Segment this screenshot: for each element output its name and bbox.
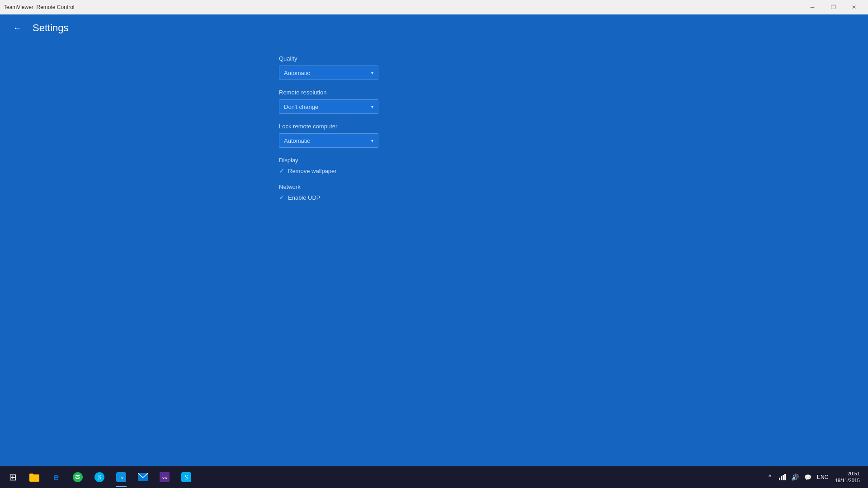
restore-button[interactable]: ❐	[823, 0, 844, 14]
remote-resolution-value: Don't change	[284, 103, 318, 110]
remote-resolution-chevron-icon: ▾	[371, 104, 373, 109]
lock-remote-chevron-icon: ▾	[371, 138, 373, 143]
taskbar-clock[interactable]: 20:51 19/11/2015	[832, 470, 863, 484]
teamviewer-button[interactable]: TV	[110, 466, 132, 488]
settings-panel: Quality Automatic ▾ Remote resolution Do…	[0, 42, 868, 224]
quality-chevron-icon: ▾	[371, 70, 373, 75]
skype-button[interactable]: S	[89, 466, 110, 488]
tray-chevron-icon[interactable]: ^	[764, 466, 775, 488]
skype2-button[interactable]: S	[175, 466, 197, 488]
enable-udp-row: ✓ Enable UDP	[279, 194, 868, 201]
remote-resolution-label: Remote resolution	[279, 89, 868, 96]
remote-resolution-dropdown[interactable]: Don't change ▾	[279, 99, 378, 114]
lock-remote-value: Automatic	[284, 137, 310, 144]
spotify-button[interactable]	[67, 466, 89, 488]
page-title: Settings	[33, 22, 69, 34]
svg-text:S: S	[185, 474, 188, 481]
network-section-heading: Network	[279, 183, 868, 190]
svg-text:TV: TV	[119, 476, 124, 480]
start-button[interactable]: ⊞	[2, 466, 24, 488]
display-group: Display ✓ Remove wallpaper	[279, 157, 868, 174]
svg-rect-13	[781, 476, 782, 480]
network-tray-icon[interactable]	[777, 466, 788, 488]
taskbar-language[interactable]: ENG	[815, 474, 830, 480]
minimize-button[interactable]: ─	[802, 0, 823, 14]
title-bar-text: TeamViewer: Remote Control	[4, 4, 75, 10]
taskbar-date: 19/11/2015	[835, 477, 860, 484]
quality-dropdown[interactable]: Automatic ▾	[279, 66, 378, 80]
lock-remote-label: Lock remote computer	[279, 123, 868, 130]
taskbar-right: ^ 🔊 💬 ENG 20:51 19/11/2015	[764, 466, 866, 488]
svg-rect-0	[29, 474, 39, 482]
svg-rect-1	[29, 474, 33, 475]
file-explorer-button[interactable]	[24, 466, 45, 488]
volume-tray-icon[interactable]: 🔊	[790, 466, 801, 488]
svg-text:VS: VS	[162, 476, 167, 480]
taskbar: ⊞ e S TV V	[0, 466, 868, 488]
enable-udp-check-icon: ✓	[279, 194, 284, 201]
network-group: Network ✓ Enable UDP	[279, 183, 868, 201]
visual-studio-button[interactable]: VS	[154, 466, 175, 488]
display-section-heading: Display	[279, 157, 868, 164]
edge-button[interactable]: e	[45, 466, 67, 488]
title-bar-controls: ─ ❐ ✕	[802, 0, 864, 14]
header-bar: ← Settings	[0, 14, 868, 42]
remove-wallpaper-label[interactable]: Remove wallpaper	[288, 168, 337, 174]
message-tray-icon[interactable]: 💬	[802, 466, 813, 488]
close-button[interactable]: ✕	[844, 0, 864, 14]
svg-rect-14	[783, 475, 784, 480]
quality-label: Quality	[279, 55, 868, 62]
svg-rect-12	[779, 478, 780, 480]
remove-wallpaper-check-icon: ✓	[279, 167, 284, 174]
mail-button[interactable]	[132, 466, 154, 488]
title-bar: TeamViewer: Remote Control ─ ❐ ✕	[0, 0, 868, 14]
enable-udp-label[interactable]: Enable UDP	[288, 194, 321, 201]
svg-rect-15	[784, 474, 786, 480]
taskbar-time: 20:51	[847, 470, 860, 477]
svg-text:S: S	[98, 474, 101, 481]
main-content: Quality Automatic ▾ Remote resolution Do…	[0, 42, 868, 466]
lock-remote-dropdown[interactable]: Automatic ▾	[279, 133, 378, 148]
back-button[interactable]: ←	[9, 20, 25, 36]
quality-group: Quality Automatic ▾	[279, 55, 868, 80]
lock-remote-group: Lock remote computer Automatic ▾	[279, 123, 868, 148]
remote-resolution-group: Remote resolution Don't change ▾	[279, 89, 868, 114]
remove-wallpaper-row: ✓ Remove wallpaper	[279, 167, 868, 174]
quality-value: Automatic	[284, 70, 310, 76]
